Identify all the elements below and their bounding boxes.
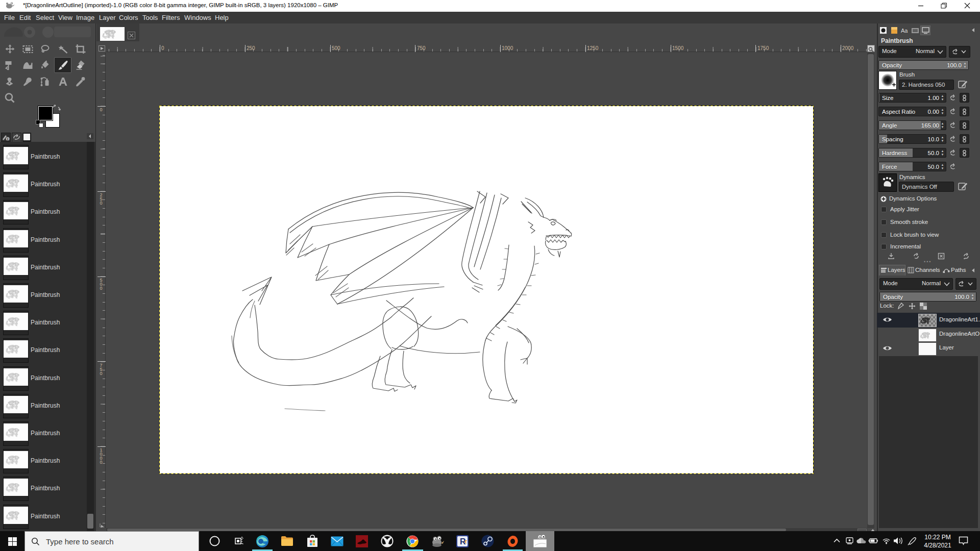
- svg-text:Aa: Aa: [901, 28, 908, 34]
- svg-text:i: i: [7, 137, 8, 141]
